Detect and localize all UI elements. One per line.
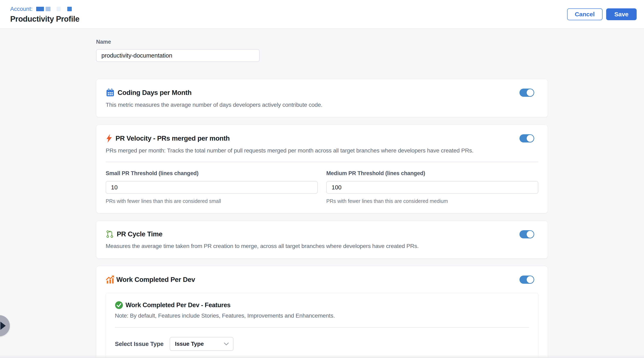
calendar-icon — [106, 88, 115, 97]
cancel-button[interactable]: Cancel — [567, 8, 602, 20]
divider — [115, 327, 529, 328]
work-completed-toggle[interactable] — [520, 276, 534, 284]
card-description: PRs merged per month: Tracks the total n… — [106, 147, 538, 154]
page-title: Productivity Profile — [10, 15, 79, 23]
metric-card-coding-days: Coding Days per Month This metric measur… — [96, 79, 548, 117]
save-button[interactable]: Save — [606, 8, 637, 20]
card-description: This metric measures the average number … — [106, 102, 538, 108]
features-note: Note: By default, Features include Stori… — [115, 313, 529, 319]
small-pr-threshold-block: Small PR Threshold (lines changed) PRs w… — [106, 170, 318, 204]
chevron-down-icon — [224, 342, 229, 346]
small-pr-threshold-input[interactable] — [106, 181, 318, 194]
name-field-block: Name — [96, 39, 548, 62]
check-circle-icon — [115, 301, 123, 309]
toggle-knob — [527, 276, 534, 283]
card-title: PR Velocity - PRs merged per month — [116, 135, 230, 142]
card-title: PR Cycle Time — [117, 230, 162, 238]
pr-velocity-toggle[interactable] — [520, 134, 534, 143]
redacted-account-name — [67, 7, 72, 11]
sidebar-expand-button[interactable] — [0, 315, 10, 336]
small-pr-threshold-helper: PRs with fewer lines than this are consi… — [106, 198, 318, 204]
card-title: Work Completed Per Dev — [116, 276, 195, 284]
breadcrumb: Account: — [10, 5, 79, 13]
divider — [106, 162, 538, 162]
chart-increasing-icon — [106, 275, 115, 284]
medium-pr-threshold-input[interactable] — [326, 181, 538, 194]
select-issue-type-label: Select Issue Type — [115, 341, 164, 347]
account-link[interactable]: Account: — [10, 6, 32, 12]
small-pr-threshold-label: Small PR Threshold (lines changed) — [106, 170, 318, 177]
card-description: Measures the average time taken from PR … — [106, 243, 538, 249]
work-completed-features-section: Work Completed Per Dev - Features Note: … — [106, 293, 538, 358]
redacted-account-name — [57, 7, 61, 11]
issue-type-dropdown-value: Issue Type — [175, 341, 204, 347]
page-header: Account: Productivity Profile Cancel Sav… — [0, 0, 644, 28]
redacted-account-name — [36, 7, 44, 11]
pr-cycle-time-toggle[interactable] — [520, 230, 534, 238]
pull-request-icon — [106, 230, 114, 238]
redacted-account-name — [46, 7, 50, 11]
medium-pr-threshold-helper: PRs with fewer lines than this are consi… — [326, 198, 538, 204]
metric-card-pr-cycle-time: PR Cycle Time Measures the average time … — [96, 221, 548, 259]
name-input[interactable] — [96, 49, 260, 62]
coding-days-toggle[interactable] — [520, 89, 534, 97]
lightning-icon — [106, 134, 113, 143]
toggle-knob — [527, 231, 534, 238]
features-section-title: Work Completed Per Dev - Features — [126, 302, 230, 309]
metric-card-work-completed: Work Completed Per Dev Work Completed Pe… — [96, 266, 548, 358]
name-label: Name — [96, 39, 548, 45]
metric-card-pr-velocity: PR Velocity - PRs merged per month PRs m… — [96, 125, 548, 213]
medium-pr-threshold-label: Medium PR Threshold (lines changed) — [326, 170, 538, 177]
expand-arrow-icon — [0, 322, 6, 330]
issue-type-dropdown[interactable]: Issue Type — [170, 337, 234, 351]
medium-pr-threshold-block: Medium PR Threshold (lines changed) PRs … — [326, 170, 538, 204]
toggle-knob — [527, 135, 534, 142]
toggle-knob — [527, 89, 534, 96]
card-title: Coding Days per Month — [118, 89, 192, 97]
profile-form: Name — [96, 28, 548, 358]
